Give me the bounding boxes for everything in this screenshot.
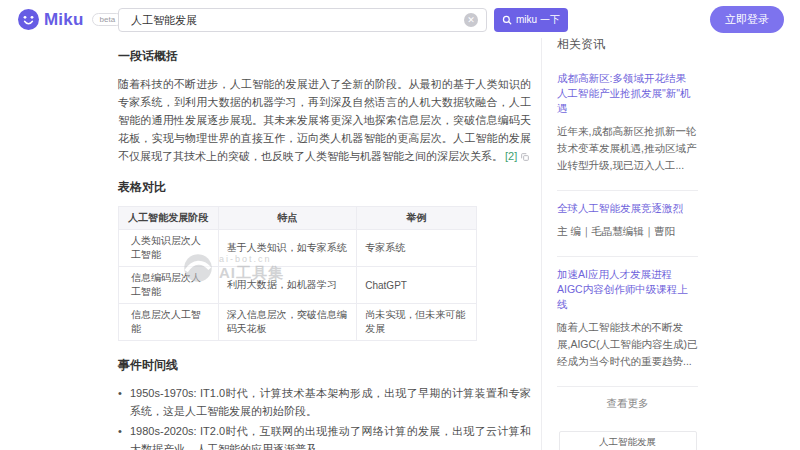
brand-logo[interactable]: Miku beta xyxy=(18,9,123,30)
citation-2-link[interactable]: [2] xyxy=(505,150,517,162)
table-cell: 基于人类知识，如专家系统 xyxy=(218,230,357,267)
timeline-heading: 事件时间线 xyxy=(118,357,531,374)
table-row: 信息层次人工智能 深入信息层次，突破信息编码天花板 尚未实现，但未来可能发展 xyxy=(119,304,477,341)
news-snippet: 随着人工智能技术的不断发展,AIGC(人工智能内容生成)已经成为当今时代的重要趋… xyxy=(557,319,698,370)
top-bar: Miku beta ✕ miku 一下 立即登录 xyxy=(0,0,800,40)
news-snippet: 主 编｜毛晶慧编辑｜曹阳 xyxy=(557,223,698,240)
column-header: 特点 xyxy=(218,207,357,230)
news-snippet: 近年来,成都高新区抢抓新一轮技术变革发展机遇,推动区域产业转型升级,现已迈入人工… xyxy=(557,123,698,174)
news-title-link[interactable]: 全球人工智能发展竞逐激烈 xyxy=(557,201,698,216)
brand-name: Miku xyxy=(44,10,84,30)
summary-text: 随着科技的不断进步，人工智能的发展进入了全新的阶段。从最初的基于人类知识的专家系… xyxy=(118,78,531,162)
table-cell: 深入信息层次，突破信息编码天花板 xyxy=(218,304,357,341)
table-cell: 尚未实现，但未来可能发展 xyxy=(357,304,477,341)
table-header-row: 人工智能发展阶段 特点 举例 xyxy=(119,207,477,230)
sidebar-divider xyxy=(557,190,698,191)
table-heading: 表格对比 xyxy=(118,179,531,196)
table-row: 人类知识层次人工智能 基于人类知识，如专家系统 专家系统 xyxy=(119,230,477,267)
miku-search-label: miku 一下 xyxy=(516,13,560,27)
table-cell: ChatGPT xyxy=(357,267,477,304)
table-cell: 专家系统 xyxy=(357,230,477,267)
table-cell: 信息层次人工智能 xyxy=(119,304,219,341)
news-title-link[interactable]: 加速AI应用人才发展进程 AIGC内容创作师中级课程上线 xyxy=(557,267,698,312)
table-cell: 利用大数据，如机器学习 xyxy=(218,267,357,304)
timeline-item-text: 1950s-1970s: IT1.0时代，计算技术基本架构形成，出现了早期的计算… xyxy=(130,387,531,417)
timeline-item: 1980s-2020s: IT2.0时代，互联网的出现推动了网络计算的发展，出现… xyxy=(118,422,531,450)
column-header: 举例 xyxy=(357,207,477,230)
summary-paragraph: 随着科技的不断进步，人工智能的发展进入了全新的阶段。从最初的基于人类知识的专家系… xyxy=(118,75,531,165)
search-icon xyxy=(502,15,512,25)
table-row: 信息编码层次人工智能 利用大数据，如机器学习 ChatGPT xyxy=(119,267,477,304)
clear-search-icon[interactable]: ✕ xyxy=(464,13,478,27)
table-cell: 人类知识层次人工智能 xyxy=(119,230,219,267)
news-title-link[interactable]: 成都高新区:多领域开花结果 人工智能产业抢抓发展"新"机遇 xyxy=(557,71,698,116)
sidebar-divider xyxy=(557,386,698,387)
source-link-icon[interactable] xyxy=(521,153,529,161)
related-news-heading: 相关资讯 xyxy=(557,36,698,53)
view-more-button[interactable]: 查看更多 xyxy=(557,397,698,411)
related-news-panel: 相关资讯 成都高新区:多领域开花结果 人工智能产业抢抓发展"新"机遇 近年来,成… xyxy=(557,36,698,450)
login-button[interactable]: 立即登录 xyxy=(710,6,784,33)
news-item: 全球人工智能发展竞逐激烈 主 编｜毛晶慧编辑｜曹阳 xyxy=(557,201,698,250)
answer-panel: 一段话概括 随着科技的不断进步，人工智能的发展进入了全新的阶段。从最初的基于人类… xyxy=(118,40,531,450)
comparison-table: 人工智能发展阶段 特点 举例 人类知识层次人工智能 基于人类知识，如专家系统 专… xyxy=(118,206,477,341)
table-cell: 信息编码层次人工智能 xyxy=(119,267,219,304)
summary-heading: 一段话概括 xyxy=(118,48,531,65)
related-search-button[interactable]: 人工智能发展 xyxy=(559,431,697,450)
search-bar[interactable]: ✕ xyxy=(118,8,487,32)
miku-search-button[interactable]: miku 一下 xyxy=(494,8,568,32)
news-item: 成都高新区:多领域开花结果 人工智能产业抢抓发展"新"机遇 近年来,成都高新区抢… xyxy=(557,71,698,184)
sidebar-divider xyxy=(557,256,698,257)
timeline-item-text: 1980s-2020s: IT2.0时代，互联网的出现推动了网络计算的发展，出现… xyxy=(130,425,531,450)
miku-face-icon xyxy=(18,9,39,30)
news-item: 加速AI应用人才发展进程 AIGC内容创作师中级课程上线 随着人工智能技术的不断… xyxy=(557,267,698,380)
column-header: 人工智能发展阶段 xyxy=(119,207,219,230)
timeline-list: 1950s-1970s: IT1.0时代，计算技术基本架构形成，出现了早期的计算… xyxy=(118,384,531,450)
search-input[interactable] xyxy=(119,14,464,26)
content-sidebar-divider xyxy=(541,38,542,450)
timeline-item: 1950s-1970s: IT1.0时代，计算技术基本架构形成，出现了早期的计算… xyxy=(118,384,531,420)
